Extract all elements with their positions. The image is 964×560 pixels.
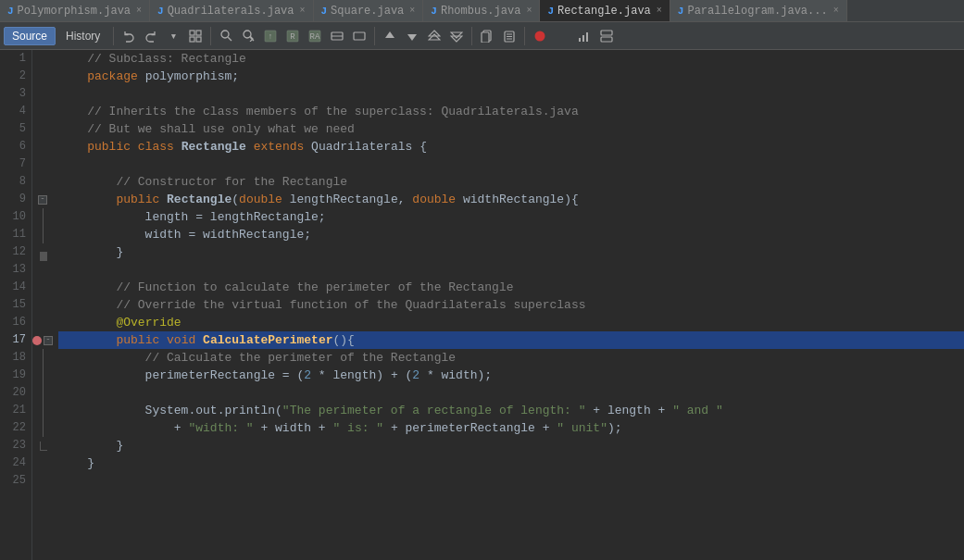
select-block-up-button[interactable] — [424, 26, 444, 46]
line-num-18: 18 — [4, 349, 26, 367]
code-line-20 — [58, 384, 964, 402]
svg-text:RA: RA — [310, 32, 320, 42]
find-next-button[interactable] — [238, 26, 258, 46]
undo-button[interactable] — [119, 26, 139, 46]
redo-button[interactable] — [141, 26, 161, 46]
line-num-12: 12 — [4, 243, 26, 261]
toggle-button[interactable] — [349, 26, 369, 46]
replace-button[interactable]: R — [282, 26, 303, 46]
metrics-button[interactable] — [574, 26, 595, 46]
gutter-17: - — [32, 331, 53, 349]
gutter-11 — [32, 226, 53, 243]
java-icon: J — [7, 6, 14, 17]
code-line-8: // Constructor for the Rectangle — [58, 173, 964, 191]
layout-button[interactable] — [596, 26, 617, 46]
line-num-6: 6 — [4, 138, 26, 156]
line-num-14: 14 — [4, 279, 26, 296]
line-num-1: 1 — [4, 50, 26, 68]
gutter-21 — [32, 402, 53, 419]
move-up-button[interactable] — [380, 26, 400, 46]
code-line-4: // Inherits the class members of the sup… — [58, 103, 964, 120]
toolbar: Source History ▾ ↑ R RA — [0, 22, 964, 50]
tab-polymorphism[interactable]: J Polymorphism.java × — [0, 0, 150, 21]
close-icon[interactable]: × — [299, 6, 305, 16]
fold-icon-9[interactable]: - — [38, 195, 47, 205]
code-line-24: } — [58, 454, 964, 472]
svg-rect-34 — [601, 37, 612, 42]
tab-parallelogram[interactable]: J Parallelogram.java... × — [670, 0, 847, 21]
tab-rectangle[interactable]: J Rectangle.java × — [540, 0, 670, 21]
code-line-9: public Rectangle(double lengthRectangle,… — [58, 191, 964, 208]
sync-button[interactable] — [185, 26, 206, 46]
close-icon[interactable]: × — [657, 6, 662, 16]
breakpoint-17[interactable] — [32, 336, 42, 345]
code-content[interactable]: // Subclass: Rectangle package polymorph… — [53, 50, 964, 560]
line-num-4: 4 — [4, 103, 26, 120]
paste-lines-button[interactable] — [499, 26, 520, 46]
svg-rect-32 — [586, 32, 588, 42]
code-line-25 — [58, 472, 964, 490]
gutter-23 — [32, 437, 53, 454]
code-line-16: @Override — [58, 314, 964, 331]
svg-rect-30 — [579, 38, 581, 42]
svg-marker-21 — [451, 36, 462, 42]
copy-lines-button[interactable] — [477, 26, 497, 46]
line-num-7: 7 — [4, 156, 26, 173]
code-line-22: + "width: " + width + " is: " + perimete… — [58, 419, 964, 437]
svg-marker-17 — [385, 31, 394, 38]
svg-text:↑: ↑ — [269, 32, 273, 42]
tab-rhombus[interactable]: J Rhombus.java × — [423, 0, 540, 21]
find-prev-button[interactable]: ↑ — [260, 26, 281, 46]
code-line-15: // Override the virtual function of the … — [58, 296, 964, 314]
svg-point-6 — [244, 31, 251, 38]
spacer-1 — [552, 26, 572, 46]
close-icon[interactable]: × — [526, 6, 532, 16]
gutter-15 — [32, 296, 53, 314]
svg-rect-33 — [601, 31, 612, 35]
separator-1 — [113, 27, 114, 45]
tab-quadrilaterals[interactable]: J Quadrilaterals.java × — [150, 0, 313, 21]
move-down-button[interactable] — [402, 26, 422, 46]
tab-square[interactable]: J Square.java × — [314, 0, 424, 21]
gutter-9: - — [32, 191, 53, 208]
svg-rect-1 — [196, 31, 201, 35]
more-undo-button[interactable]: ▾ — [163, 26, 183, 46]
close-icon[interactable]: × — [409, 6, 415, 16]
gutter-1 — [32, 50, 53, 68]
line-num-15: 15 — [4, 296, 26, 314]
code-line-7 — [58, 156, 964, 173]
code-line-6: public class Rectangle extends Quadrilat… — [58, 138, 964, 156]
svg-rect-16 — [354, 32, 365, 40]
gutter-25 — [32, 472, 53, 490]
gutter-5 — [32, 120, 53, 138]
close-icon[interactable]: × — [136, 6, 142, 16]
line-num-5: 5 — [4, 120, 26, 138]
svg-rect-2 — [190, 37, 194, 42]
svg-line-5 — [228, 37, 232, 41]
separator-5 — [524, 27, 525, 45]
line-num-21: 21 — [4, 402, 26, 419]
stop-button[interactable] — [530, 26, 550, 46]
separator-3 — [374, 27, 375, 45]
line-num-9: 9 — [4, 191, 26, 208]
select-block-down-button[interactable] — [446, 26, 467, 46]
svg-marker-18 — [407, 34, 417, 41]
code-line-2: package polymorphism; — [58, 68, 964, 85]
close-icon[interactable]: × — [833, 6, 839, 16]
svg-rect-31 — [582, 35, 584, 42]
gutter-22 — [32, 419, 53, 437]
gutter-20 — [32, 384, 53, 402]
highlight-button[interactable] — [327, 26, 347, 46]
separator-4 — [471, 27, 472, 45]
source-button[interactable]: Source — [4, 27, 56, 45]
line-num-25: 25 — [4, 472, 26, 490]
fold-icon-17[interactable]: - — [44, 336, 53, 345]
code-line-17: public void CalculatePerimeter(){ — [58, 331, 964, 349]
code-line-13 — [58, 261, 964, 279]
code-line-21: System.out.println("The perimeter of a r… — [58, 402, 964, 419]
gutter-2 — [32, 68, 53, 85]
replace-all-button[interactable]: RA — [305, 26, 325, 46]
gutter-4 — [32, 103, 53, 120]
find-button[interactable] — [216, 26, 236, 46]
history-button[interactable]: History — [57, 27, 108, 45]
